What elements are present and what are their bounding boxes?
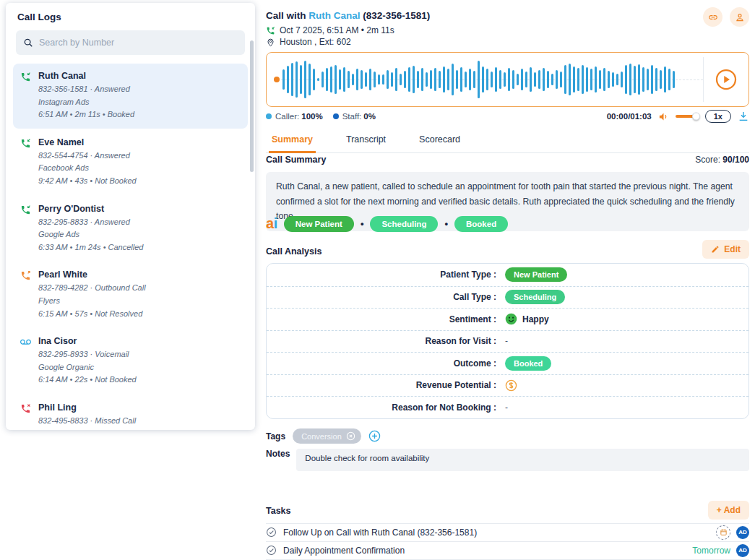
copy-link-button[interactable] [703, 7, 722, 27]
call-log-item[interactable]: Pearl White832-789-4282 · Outbound CallF… [13, 262, 248, 327]
call-detail-panel: Call with Ruth Canal (832-356-1581) Oct … [266, 0, 749, 560]
analysis-value: New Patient [505, 267, 567, 282]
tag-chip-label: Conversion [301, 432, 342, 441]
task-title: Follow Up on Call with Ruth Canal (832-3… [283, 527, 477, 538]
call-source: Google Organic [38, 361, 137, 374]
tags-row: Tags Conversion [266, 428, 381, 444]
add-task-button[interactable]: + Add [708, 501, 749, 520]
call-log-item[interactable]: Ina Cisor832-295-8933 · VoicemailGoogle … [13, 329, 248, 394]
tasks-heading: Tasks [266, 506, 291, 516]
waveform-bar [452, 64, 454, 95]
waveform-bar [374, 72, 376, 87]
analysis-row: Outcome :Booked [267, 352, 748, 374]
playback-speed-button[interactable]: 1x [705, 110, 731, 123]
volume-icon[interactable] [658, 111, 669, 122]
caller-name: Eve Namel [38, 137, 137, 147]
sentiment-text: Happy [522, 314, 549, 324]
task-row[interactable]: Daily Appointment ConfirmationTomorrowAD [266, 542, 749, 560]
remove-tag-icon[interactable] [346, 431, 355, 441]
call-time-meta: 6:14 AM • 22s • Not Booked [38, 374, 137, 387]
waveform-bar [556, 70, 558, 89]
volume-thumb[interactable] [692, 113, 700, 121]
task-row[interactable]: Follow Up on Call with Ruth Canal (832-3… [266, 523, 749, 542]
edit-analysis-button[interactable]: Edit [702, 240, 749, 259]
add-tag-icon[interactable] [368, 430, 381, 442]
staff-talk-percent: 0% [363, 112, 376, 121]
inbound-call-icon [20, 138, 31, 149]
missed-call-icon [20, 403, 31, 414]
analysis-row: Reason for Visit :- [267, 330, 748, 353]
waveform-bar [638, 64, 640, 95]
call-log-item[interactable]: Ruth Canal832-356-1581 · AnsweredInstagr… [13, 64, 248, 129]
waveform-bar [378, 74, 380, 85]
inbound-call-icon [20, 72, 31, 82]
task-complete-icon[interactable] [266, 545, 277, 556]
analysis-row: Patient Type :New Patient [267, 264, 748, 286]
play-button[interactable] [715, 69, 737, 90]
call-logs-panel: Call Logs Ruth Canal832-356-1581 · Answe… [6, 3, 255, 430]
waveform-bar [660, 70, 662, 90]
notes-input[interactable]: Double check for room availability [296, 449, 749, 471]
waveform-bar [486, 69, 488, 90]
task-assignee-avatar[interactable]: AD [736, 526, 749, 539]
contact-profile-button[interactable] [730, 7, 749, 27]
waveform-bar [491, 72, 493, 87]
caller-name: Ruth Canal [38, 71, 134, 81]
analysis-value [505, 379, 517, 392]
analysis-value: - [505, 336, 508, 346]
call-log-item[interactable]: Eve Namel832-554-4754 · AnsweredFacebook… [13, 130, 248, 195]
waveform[interactable] [274, 59, 703, 100]
waveform-bar [664, 66, 666, 93]
call-title-prefix: Call with [266, 10, 309, 21]
call-location-row: Houston , Ext: 602 [266, 37, 351, 47]
waveform-bar [564, 65, 566, 93]
analysis-label: Sentiment : [275, 314, 496, 324]
edit-button-label: Edit [724, 244, 741, 254]
waveform-bar [456, 70, 458, 89]
tag-chip-conversion[interactable]: Conversion [293, 428, 361, 444]
caller-name-link[interactable]: Ruth Canal [309, 10, 360, 21]
tab-scorecard[interactable]: Scorecard [416, 132, 463, 152]
waveform-bar [343, 67, 345, 92]
search-input[interactable] [39, 38, 238, 48]
volume-slider[interactable] [676, 115, 699, 118]
task-complete-icon[interactable] [266, 527, 277, 538]
waveform-bar [395, 68, 397, 90]
waveform-bar [651, 65, 653, 93]
sidebar-scrollbar[interactable] [250, 40, 254, 172]
task-title: Daily Appointment Confirmation [283, 546, 405, 556]
waveform-bar [387, 70, 389, 89]
tab-summary[interactable]: Summary [269, 132, 316, 153]
search-icon [23, 38, 33, 48]
task-assignee-avatar[interactable]: AD [736, 544, 749, 557]
playback-progress-handle[interactable] [274, 77, 280, 82]
waveform-bar [417, 71, 419, 88]
waveform-bar [551, 74, 553, 86]
call-number-status: 832-554-4754 · Answered [38, 150, 137, 163]
waveform-bar [577, 68, 579, 91]
waveform-bar [499, 70, 501, 90]
call-list: Ruth Canal832-356-1581 · AnsweredInstagr… [6, 64, 255, 430]
task-date-picker-button[interactable] [716, 525, 730, 540]
call-log-item[interactable]: Perry O'Dontist832-295-8833 · AnsweredGo… [13, 197, 248, 262]
waveform-bar [595, 66, 597, 93]
waveform-bar [391, 72, 393, 87]
call-log-item[interactable]: Phil Ling832-495-8833 · Missed CallGoogl… [13, 395, 248, 430]
waveform-bar [326, 68, 328, 90]
download-icon[interactable] [738, 111, 749, 122]
waveform-bar [309, 64, 311, 95]
caller-name: Phil Ling [38, 402, 136, 413]
tab-transcript[interactable]: Transcript [343, 132, 389, 152]
waveform-bar [655, 68, 657, 91]
search-box[interactable] [16, 30, 245, 55]
waveform-bar [404, 71, 406, 89]
task-due-date[interactable]: Tomorrow [692, 546, 730, 556]
call-time-meta: 9:42 AM • 43s • Not Booked [38, 175, 137, 188]
waveform-bar [642, 67, 644, 92]
call-source: Facebook Ads [38, 162, 137, 175]
ai-badge: Booked [454, 216, 508, 232]
waveform-bar [569, 64, 571, 95]
analysis-label: Reason for Visit : [275, 336, 496, 346]
waveform-bar [434, 68, 436, 91]
waveform-bar [443, 66, 445, 93]
